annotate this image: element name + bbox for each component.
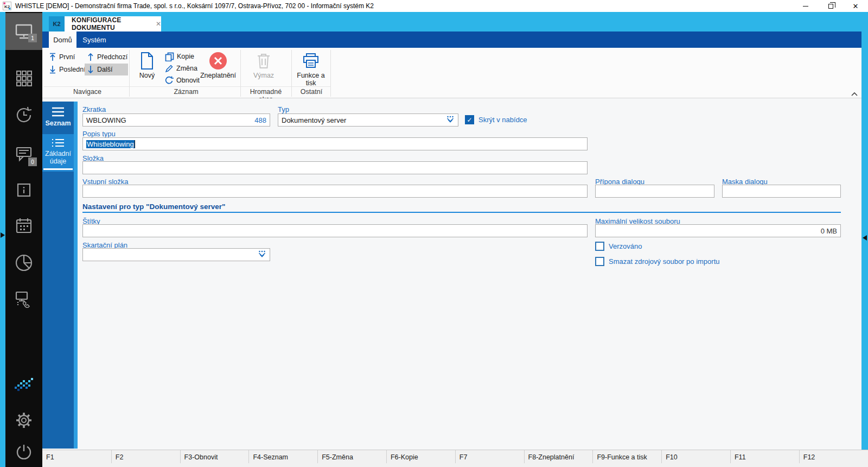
detail-list-icon [51,138,65,148]
group-separator [330,50,331,97]
dalsi-label: Další [97,66,112,73]
zneplatneni-button[interactable]: Zneplatnění [197,50,239,79]
app-sidebar: 1 0 [5,12,42,467]
zakladni-udaje-label: Základní údaje [42,150,74,165]
group-separator [240,50,241,97]
group-label-navigace: Navigace [47,88,128,96]
skryt-v-nabidce-label: Skrýt v nabídce [478,116,527,124]
popis-typu-value: Whistleblowing [86,140,135,148]
left-panel-expander[interactable] [1,232,5,238]
popis-typu-input[interactable]: Whistleblowing [82,137,588,150]
max-velikost-input[interactable]: 0 MB [595,224,841,237]
sidebar-item-reports[interactable] [5,251,42,275]
sidebar-item-info[interactable] [5,178,42,202]
content-panel: Seznam Základní údaje Zkratka WBLOWING 4… [42,98,861,450]
right-panel-expander[interactable] [863,235,867,241]
maska-dialogu-input[interactable] [722,185,841,198]
ribbon-tab-system[interactable]: Systém [76,31,112,48]
typ-label: Typ [278,105,289,113]
obnovit-label: Obnovit [176,77,200,84]
check-icon: ✓ [467,116,472,124]
skartacni-plan-dropdown[interactable] [82,248,270,261]
fkey-f7[interactable]: F7 [455,450,524,463]
obnovit-button[interactable]: Obnovit [163,74,202,86]
sidebar-item-remote-support[interactable] [5,288,42,312]
fkey-f12[interactable]: F12 [799,450,868,463]
dropdown-icon[interactable] [258,250,266,260]
new-document-icon [140,52,154,70]
fkey-f5[interactable]: F5-Změna [317,450,386,463]
zkratka-value: WBLOWING [86,116,126,124]
sidebar-item-k2-logo[interactable] [5,373,42,396]
sidebar-item-desktop[interactable]: 1 [5,20,42,43]
sidebar-item-messages[interactable]: 0 [5,142,42,166]
fkey-f8[interactable]: F8-Zneplatnění [524,450,593,463]
dropdown-icon[interactable] [446,116,455,125]
section-heading: Nastavení pro typ "Dokumentový server" [82,203,225,211]
stitky-input[interactable] [82,224,588,237]
side-nav-zakladni-udaje[interactable]: Základní údaje [42,134,74,172]
kopie-button[interactable]: Kopie [163,51,196,62]
fkey-f10[interactable]: F10 [661,450,730,463]
sidebar-item-history[interactable] [5,103,42,127]
sidebar-item-power[interactable] [5,441,42,465]
sidebar-item-calendar[interactable] [5,214,42,238]
close-icon: ✕ [853,2,859,10]
pripona-dialogu-input[interactable] [595,185,714,198]
prvni-button[interactable]: První [47,51,77,63]
messages-badge: 0 [28,157,37,166]
dalsi-button[interactable]: Další [85,64,128,75]
history-icon [14,105,34,125]
typ-dropdown[interactable]: Dokumentový server [278,113,458,127]
tab-k2[interactable]: K2 [49,16,65,31]
previous-arrow-icon [87,53,94,61]
group-label-zaznam: Záznam [135,88,238,96]
verzovano-label: Verzováno [609,242,642,250]
ribbon: První Předchozí Poslední Další Navigace … [42,48,861,98]
kopie-label: Kopie [177,53,194,60]
active-tab-underline [43,168,73,170]
ribbon-tab-domu[interactable]: Domů [49,31,76,48]
sidebar-item-settings[interactable] [5,408,42,432]
smazat-zdroj-label: Smazat zdrojový soubor po importu [609,257,719,266]
verzovano-checkbox[interactable] [595,242,604,251]
typ-value: Dokumentový server [282,116,346,124]
vstupni-slozka-input[interactable] [82,185,588,198]
minimize-button[interactable] [793,0,818,12]
fkey-f6[interactable]: F6-Kopie [386,450,455,463]
predchozi-button[interactable]: Předchozí [85,51,130,63]
tab-konfigurace-dokumentu[interactable]: KONFIGURACE DOKUMENTU ✕ [65,16,161,31]
vymaz-button[interactable]: Výmaz [247,50,280,79]
tab-label: KONFIGURACE DOKUMENTU [65,16,150,31]
fkey-f4[interactable]: F4-Seznam [248,450,317,463]
zkratka-label: Zkratka [82,105,106,113]
restore-button[interactable] [818,0,843,12]
printer-icon [303,53,319,68]
seznam-label: Seznam [42,119,74,127]
close-button[interactable]: ✕ [843,0,868,12]
last-arrow-icon [49,65,56,74]
tab-close-icon[interactable]: ✕ [156,20,161,28]
slozka-input[interactable] [82,161,588,174]
funkce-a-tisk-button[interactable]: Funkce a tisk [294,50,328,87]
fkey-f1[interactable]: F1 [42,450,111,463]
novy-button[interactable]: Nový [135,50,159,79]
section-heading-rule [82,212,841,213]
fkey-f2[interactable]: F2 [111,450,180,463]
fkey-f3[interactable]: F3-Obnovit [180,450,249,463]
fkey-f9[interactable]: F9-Funkce a tisk [592,450,661,463]
zmena-button[interactable]: Změna [163,62,200,74]
zkratka-input[interactable]: WBLOWING 488 [82,113,270,127]
popis-typu-label: Popis typu [82,130,116,138]
side-nav-seznam[interactable]: Seznam [42,102,74,134]
posledni-button[interactable]: Poslední [47,64,88,75]
collapse-ribbon-button[interactable] [851,89,858,99]
svg-text:K2: K2 [4,4,10,9]
skryt-v-nabidce-checkbox[interactable]: ✓ [465,115,474,124]
remote-support-icon [14,289,34,310]
fkey-f11[interactable]: F11 [730,450,799,463]
predchozi-label: Předchozí [97,53,127,61]
smazat-zdroj-checkbox[interactable] [595,257,604,266]
sidebar-item-modules[interactable] [5,66,42,90]
ribbon-divider [43,86,331,87]
